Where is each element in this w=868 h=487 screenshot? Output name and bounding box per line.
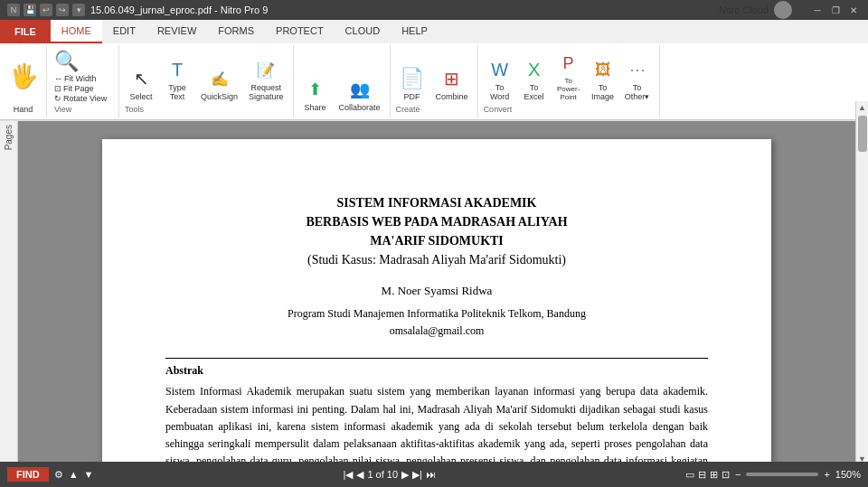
quick-access-undo[interactable]: ↩ [40, 4, 52, 16]
nitro-cloud-btn[interactable]: Nitro Cloud [708, 1, 803, 19]
doc-author: M. Noer Syamsi Ridwa [165, 284, 708, 298]
nav-last-btn[interactable]: ⏭ [426, 469, 436, 480]
title-line2: BERBASIS WEB PADA MADRASAH ALIYAH [165, 212, 708, 231]
fit-page-icon: ⊡ [54, 84, 61, 93]
nav-prev-btn[interactable]: ◀ [356, 469, 363, 481]
forms-tab[interactable]: FORMS [207, 20, 265, 43]
zoom-group: 🔍 ↔ Fit Width ⊡ Fit Page ↻ Rotate View V… [47, 45, 119, 117]
restore-btn[interactable]: ❐ [828, 4, 843, 16]
zoom-out-btn[interactable]: − [735, 469, 741, 480]
pdf-btn[interactable]: 📄 PDF [396, 64, 429, 103]
nav-first-btn[interactable]: |◀ [344, 469, 354, 481]
nav-next-btn[interactable]: ▶| [412, 469, 422, 481]
to-other-btn[interactable]: ⋯ ToOther▾ [621, 55, 654, 103]
right-scrollbar[interactable]: ▲ ▼ [855, 101, 868, 465]
hand-group: 🖐 Hand [0, 45, 47, 117]
zoom-icon: 🔍 [54, 50, 79, 73]
convert-group: W ToWord X ToExcel P ToPower-Point 🖼 ToI… [478, 45, 660, 117]
zoom-in-btn[interactable]: + [824, 469, 829, 480]
convert-btns: W ToWord X ToExcel P ToPower-Point 🖼 ToI… [484, 49, 654, 103]
cloud-tab[interactable]: CLOUD [335, 20, 392, 43]
pages-label: Pages [4, 125, 14, 150]
zoom-level: 150% [835, 469, 861, 480]
status-bar: FIND ⚙ ▲ ▼ |◀ ◀ 1 of 10 ▶ ▶| ⏭ ▭ ⊟ ⊞ ⊡ −… [0, 462, 868, 487]
hand-icon: 🖐 [9, 62, 38, 90]
title-bar-left: N 💾 ↩ ↪ ▾ 15.06.049_jurnal_eproc.pdf - N… [7, 4, 268, 16]
title-bar-icons: N 💾 ↩ ↪ ▾ [7, 4, 85, 16]
collaborate-btn[interactable]: 👥 Collaborate [335, 75, 384, 114]
fit-page-option[interactable]: ⊡ Fit Page [54, 84, 111, 93]
other-icon: ⋯ [625, 57, 650, 82]
abstract-section: Abstrak Sistem Informasi Akademik merupa… [165, 358, 708, 462]
to-word-btn[interactable]: W ToWord [484, 55, 516, 103]
title-line4: (Studi Kasus: Madrasah Aliyah Ma'arif Si… [165, 250, 708, 269]
collaborate-icon: 👥 [347, 77, 373, 102]
hand-label: Hand [14, 105, 33, 114]
scroll-up-icon[interactable]: ▲ [69, 469, 79, 480]
edit-tab[interactable]: EDIT [102, 20, 146, 43]
tools-btns: ↖ Select T TypeText ✍ QuickSign 📝 Reques… [125, 49, 288, 103]
thumbnail-view-icon[interactable]: ⊡ [722, 469, 730, 481]
create-label: Create [396, 105, 472, 114]
title-line1: SISTEM INFORMASI AKADEMIK [165, 193, 708, 212]
fit-width-option[interactable]: ↔ Fit Width [54, 74, 111, 83]
continuous-view-icon[interactable]: ⊟ [698, 469, 706, 481]
fit-width-label: Fit Width [64, 74, 97, 83]
nav-play-btn[interactable]: ▶ [401, 469, 409, 481]
zoom-slider[interactable] [746, 473, 818, 476]
doc-affiliation: Program Studi Manajemen Informatika Poli… [165, 305, 708, 340]
tools-group: ↖ Select T TypeText ✍ QuickSign 📝 Reques… [119, 45, 294, 117]
hand-btn[interactable]: 🖐 [9, 49, 38, 103]
share-btn[interactable]: ⬆ Share [299, 75, 332, 114]
combine-btn[interactable]: ⊞ Combine [432, 64, 472, 103]
scroll-thumb[interactable] [858, 116, 867, 152]
abstract-title: Abstrak [165, 364, 708, 378]
app-icon: N [7, 4, 20, 16]
request-sig-icon: 📝 [253, 57, 278, 82]
protect-tab[interactable]: PROTECT [265, 20, 335, 43]
share-icon: ⬆ [303, 77, 328, 102]
quick-access-more[interactable]: ▾ [72, 4, 85, 16]
to-image-btn[interactable]: 🖼 ToImage [587, 55, 619, 103]
pages-panel[interactable]: Pages [0, 121, 18, 465]
doc-area: SISTEM INFORMASI AKADEMIK BERBASIS WEB P… [18, 121, 855, 462]
create-group: 📄 PDF ⊞ Combine Create [391, 45, 478, 117]
to-powerpoint-btn[interactable]: P ToPower-Point [552, 49, 585, 103]
scroll-up-btn[interactable]: ▲ [856, 101, 869, 114]
quicksign-btn[interactable]: ✍ QuickSign [197, 64, 241, 103]
pdf-icon: 📄 [400, 66, 425, 91]
rotate-view-option[interactable]: ↻ Rotate View [54, 94, 111, 103]
home-tab[interactable]: HOME [51, 20, 102, 43]
request-signature-btn[interactable]: 📝 RequestSignature [245, 55, 288, 103]
fit-page-label: Fit Page [63, 84, 94, 93]
find-btn[interactable]: FIND [7, 467, 49, 482]
zoom-btn[interactable]: 🔍 [54, 49, 111, 74]
doc-title: SISTEM INFORMASI AKADEMIK BERBASIS WEB P… [165, 193, 708, 269]
rotate-icon: ↻ [54, 94, 61, 103]
window-controls: ─ ❐ ✕ [810, 4, 861, 16]
single-page-view-icon[interactable]: ▭ [685, 469, 694, 481]
select-btn[interactable]: ↖ Select [125, 64, 157, 103]
quick-access-redo[interactable]: ↪ [56, 4, 69, 16]
type-text-btn[interactable]: T TypeText [161, 55, 193, 103]
review-tab[interactable]: REVIEW [146, 20, 207, 43]
scroll-down-icon[interactable]: ▼ [84, 469, 94, 480]
minimize-btn[interactable]: ─ [810, 4, 825, 16]
view-label: View [54, 105, 111, 114]
quick-access-save[interactable]: 💾 [24, 4, 36, 16]
view-icons: ▭ ⊟ ⊞ ⊡ [685, 469, 730, 481]
zoom-options: ↔ Fit Width ⊡ Fit Page ↻ Rotate View [54, 74, 111, 103]
combine-icon: ⊞ [439, 66, 465, 91]
share-btns: ⬆ Share 👥 Collaborate [299, 49, 384, 114]
to-excel-btn[interactable]: X ToExcel [518, 55, 551, 103]
close-btn[interactable]: ✕ [846, 4, 861, 16]
status-right: ▭ ⊟ ⊞ ⊡ − + 150% [685, 469, 861, 481]
settings-icon[interactable]: ⚙ [54, 469, 63, 481]
image-icon: 🖼 [590, 57, 616, 82]
word-icon: W [487, 57, 513, 82]
affiliation-line1: Program Studi Manajemen Informatika Poli… [165, 305, 708, 323]
help-tab[interactable]: HELP [391, 20, 439, 43]
two-page-view-icon[interactable]: ⊞ [710, 469, 718, 481]
excel-icon: X [522, 57, 547, 82]
file-tab[interactable]: FILE [0, 20, 51, 43]
